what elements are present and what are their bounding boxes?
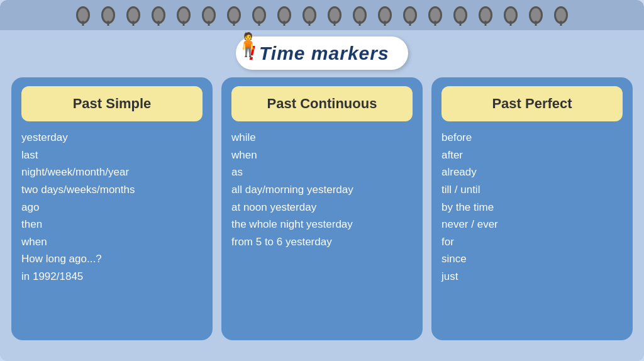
spiral-7 xyxy=(227,6,241,24)
spiral-12 xyxy=(353,6,367,24)
list-item: for xyxy=(441,235,623,250)
notebook: 🧍 ! Time markers Past Simpleyesterdaylas… xyxy=(0,0,644,361)
spiral-1 xyxy=(76,6,90,24)
list-item: two days/weeks/months xyxy=(21,182,203,198)
spiral-2 xyxy=(101,6,115,24)
list-item: in 1992/1845 xyxy=(21,269,203,285)
column-header-past-perfect: Past Perfect xyxy=(441,86,623,121)
title-area: 🧍 ! Time markers xyxy=(11,36,633,70)
list-item: while xyxy=(231,130,413,146)
list-item: after xyxy=(441,148,623,164)
list-item: yesterday xyxy=(21,130,203,146)
list-item: night/week/month/year xyxy=(21,165,203,181)
spiral-5 xyxy=(177,6,191,24)
spiral-3 xyxy=(126,6,140,24)
spiral-20 xyxy=(554,6,568,24)
list-item: the whole night yesterday xyxy=(231,217,413,233)
column-list-past-continuous: whilewhenasall day/morning yesterdayat n… xyxy=(231,130,413,250)
main-content: 🧍 ! Time markers Past Simpleyesterdaylas… xyxy=(0,30,644,361)
spiral-9 xyxy=(277,6,291,24)
list-item: last xyxy=(21,148,203,164)
spiral-8 xyxy=(252,6,266,24)
column-header-past-continuous: Past Continuous xyxy=(231,86,413,121)
column-past-perfect: Past Perfectbeforeafteralreadytill / unt… xyxy=(431,77,633,340)
list-item: since xyxy=(441,252,623,267)
spiral-16 xyxy=(453,6,467,24)
spiral-binding xyxy=(0,0,644,30)
list-item: as xyxy=(231,165,413,181)
spiral-19 xyxy=(529,6,543,24)
list-item: never / ever xyxy=(441,217,623,233)
list-item: when xyxy=(21,235,203,250)
list-item: already xyxy=(441,165,623,181)
spiral-18 xyxy=(504,6,518,24)
list-item: at noon yesterday xyxy=(231,200,413,216)
list-item: before xyxy=(441,130,623,146)
list-item: just xyxy=(441,269,623,285)
page-title: Time markers xyxy=(259,43,389,64)
spiral-11 xyxy=(328,6,341,24)
columns-container: Past Simpleyesterdaylastnight/week/month… xyxy=(11,77,633,340)
column-past-simple: Past Simpleyesterdaylastnight/week/month… xyxy=(11,77,213,340)
list-item: all day/morning yesterday xyxy=(231,182,413,198)
spiral-10 xyxy=(303,6,316,24)
list-item: when xyxy=(231,148,413,164)
list-item: then xyxy=(21,217,203,233)
list-item: How long ago...? xyxy=(21,252,203,267)
spiral-13 xyxy=(378,6,392,24)
list-item: ago xyxy=(21,200,203,216)
spiral-17 xyxy=(479,6,492,24)
spiral-15 xyxy=(428,6,442,24)
spiral-4 xyxy=(152,6,165,24)
list-item: by the time xyxy=(441,200,623,216)
column-list-past-simple: yesterdaylastnight/week/month/yeartwo da… xyxy=(21,130,203,285)
person-figure-icon: 🧍 xyxy=(234,31,262,58)
column-list-past-perfect: beforeafteralreadytill / untilby the tim… xyxy=(441,130,623,285)
column-past-continuous: Past Continuouswhilewhenasall day/mornin… xyxy=(221,77,423,340)
column-header-past-simple: Past Simple xyxy=(21,86,203,121)
spiral-14 xyxy=(403,6,417,24)
spiral-6 xyxy=(202,6,216,24)
list-item: from 5 to 6 yesterday xyxy=(231,235,413,250)
list-item: till / until xyxy=(441,182,623,198)
